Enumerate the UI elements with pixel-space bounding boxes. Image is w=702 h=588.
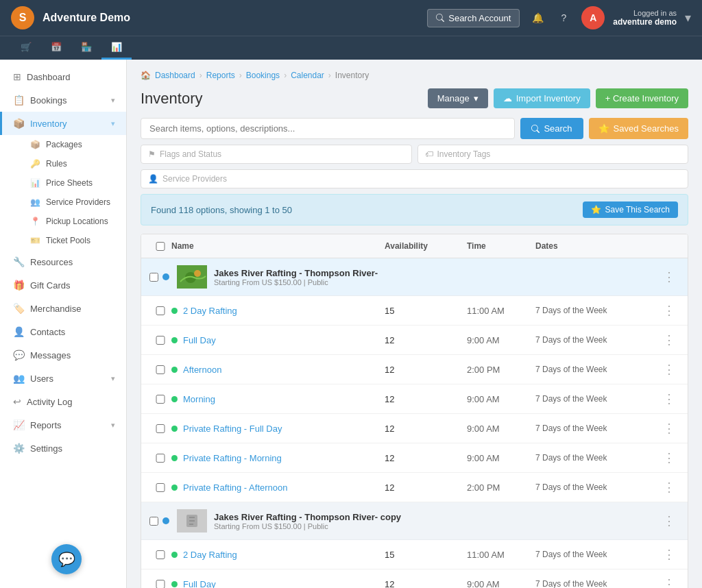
inventory-tags-filter[interactable]: 🏷 Inventory Tags [417,145,689,164]
dashboard-icon: ⊞ [13,71,21,82]
row-checkbox[interactable] [149,365,171,374]
breadcrumb-icon: 🏠 [141,71,151,80]
row-menu[interactable]: ⋮ [659,303,679,318]
page-header: Inventory Manage ▾ ☁ Import Inventory + … [141,88,688,108]
group-2-checkbox[interactable] [149,517,158,526]
create-inventory-button[interactable]: + Create Inventory [596,88,688,108]
row-name: Afternoon [171,365,385,375]
quick-nav-store[interactable]: 🏪 [71,36,101,60]
user-menu-chevron[interactable]: ▾ [685,10,691,25]
sidebar-label-contacts: Contacts [30,327,65,337]
row-checkbox[interactable] [149,580,171,589]
resources-icon: 🔧 [13,256,25,267]
saved-searches-button[interactable]: ⭐ Saved Searches [589,118,688,139]
sidebar-label-users: Users [30,373,53,384]
row-checkbox[interactable] [149,395,171,404]
row-dates: 7 Days of the Week [535,335,659,345]
group-2-menu[interactable]: ⋮ [659,513,679,528]
row-menu[interactable]: ⋮ [659,576,679,588]
sidebar-subitem-service-providers[interactable]: 👥 Service Providers [0,193,126,212]
row-link[interactable]: Private Rafting - Afternoon [183,482,287,493]
row-link[interactable]: Morning [183,394,215,404]
row-time: 2:00 PM [467,365,535,375]
row-menu[interactable]: ⋮ [659,391,679,406]
manage-button[interactable]: Manage ▾ [428,88,488,108]
sidebar-item-settings[interactable]: ⚙️ Settings [0,437,126,460]
breadcrumb-bookings[interactable]: Bookings [246,71,280,80]
row-checkbox[interactable] [149,550,171,559]
sidebar-subitem-price-sheets[interactable]: 📊 Price Sheets [0,173,126,193]
sidebar-item-gift-cards[interactable]: 🎁 Gift Cards [0,273,126,297]
group-1-menu[interactable]: ⋮ [659,269,679,284]
row-link[interactable]: 2 Day Rafting [183,550,237,560]
chat-bubble[interactable]: 💬 [51,544,82,574]
row-link[interactable]: Afternoon [183,365,221,375]
service-providers-filter[interactable]: 👤 Service Providers [141,169,688,188]
help-icon[interactable]: ? [554,8,573,27]
sidebar-label-inventory: Inventory [30,119,66,129]
group-1-indicator [162,273,169,280]
sidebar-item-merchandise[interactable]: 🏷️ Merchandise [0,297,126,320]
quick-nav-reports[interactable]: 📊 [101,36,132,60]
notifications-icon[interactable]: 🔔 [528,8,547,27]
user-avatar[interactable]: A [581,6,605,29]
row-link[interactable]: Private Rafting - Full Day [183,424,282,434]
users-chevron: ▾ [111,374,115,383]
import-icon: ☁ [503,93,512,103]
search-button[interactable]: Search [520,118,583,139]
row-availability: 12 [385,365,467,375]
flags-status-filter[interactable]: ⚑ Flags and Status [141,145,412,164]
table-row: Afternoon 12 2:00 PM 7 Days of the Week … [141,355,688,384]
sidebar-item-bookings[interactable]: 📋 Bookings ▾ [0,88,126,112]
select-all-checkbox[interactable] [149,242,171,251]
sidebar-item-users[interactable]: 👥 Users ▾ [0,367,126,390]
sidebar-subitem-packages[interactable]: 📦 Packages [0,135,126,154]
row-link[interactable]: Full Day [183,579,216,589]
breadcrumb-dashboard[interactable]: Dashboard [155,71,195,80]
row-checkbox[interactable] [149,424,171,433]
search-bar: Search ⭐ Saved Searches [141,118,688,139]
sidebar-item-reports[interactable]: 📈 Reports ▾ [0,413,126,437]
row-link[interactable]: 2 Day Rafting [183,306,237,316]
import-inventory-button[interactable]: ☁ Import Inventory [494,88,590,108]
row-name: Full Day [171,579,385,589]
manage-chevron: ▾ [474,93,479,103]
sidebar-item-dashboard[interactable]: ⊞ Dashboard [0,65,126,88]
row-checkbox[interactable] [149,306,171,315]
save-search-button[interactable]: ⭐ Save This Search [583,201,679,218]
row-availability: 15 [385,550,467,560]
quick-nav-calendar[interactable]: 📅 [41,36,71,60]
row-checkbox[interactable] [149,483,171,492]
row-menu[interactable]: ⋮ [659,332,679,347]
sidebar-item-activity-log[interactable]: ↩ Activity Log [0,390,126,413]
sidebar-sublabel-price-sheets: Price Sheets [46,178,93,188]
row-menu[interactable]: ⋮ [659,362,679,377]
row-link[interactable]: Full Day [183,335,216,345]
row-menu[interactable]: ⋮ [659,547,679,562]
row-menu[interactable]: ⋮ [659,421,679,436]
row-checkbox[interactable] [149,336,171,345]
sidebar-item-contacts[interactable]: 👤 Contacts [0,320,126,343]
sidebar-label-settings: Settings [30,443,62,454]
table-row: Full Day 12 9:00 AM 7 Days of the Week ⋮ [141,569,688,588]
sidebar-item-resources[interactable]: 🔧 Resources [0,250,126,273]
sidebar-item-inventory[interactable]: 📦 Inventory ▾ [0,112,126,135]
page-title: Inventory [141,90,203,108]
sidebar-subitem-rules[interactable]: 🔑 Rules [0,154,126,173]
sidebar-item-messages[interactable]: 💬 Messages [0,343,126,367]
row-checkbox[interactable] [149,454,171,463]
sidebar-subitem-ticket-pools[interactable]: 🎫 Ticket Pools [0,231,126,250]
quick-nav-cart[interactable]: 🛒 [11,36,41,60]
search-account-button[interactable]: Search Account [427,9,520,27]
row-menu[interactable]: ⋮ [659,480,679,495]
breadcrumb-calendar[interactable]: Calendar [291,71,324,80]
sidebar-subitem-pickup-locations[interactable]: 📍 Pickup Locations [0,212,126,231]
row-dates: 7 Days of the Week [535,306,659,315]
filter-row-1: ⚑ Flags and Status 🏷 Inventory Tags [141,145,688,164]
breadcrumb-reports[interactable]: Reports [206,71,235,80]
group-1-checkbox[interactable] [149,273,158,282]
search-input[interactable] [141,118,515,139]
row-menu[interactable]: ⋮ [659,450,679,465]
inventory-submenu: 📦 Packages 🔑 Rules 📊 Price Sheets 👥 Serv… [0,135,126,250]
row-link[interactable]: Private Rafting - Morning [183,453,282,463]
